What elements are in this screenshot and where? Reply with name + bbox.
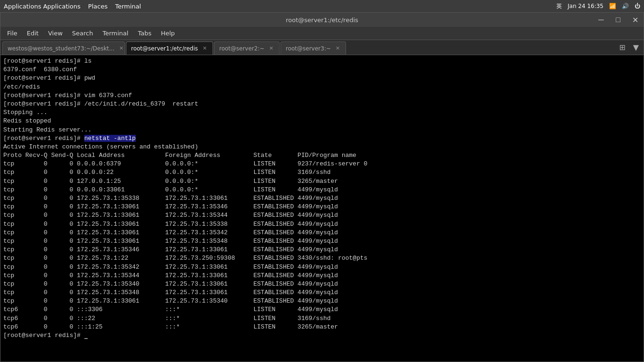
tab-westos[interactable]: westos@westos_student73:~/Deskt... ✕ [2, 41, 125, 55]
datetime-display: Jan 24 16:35 [568, 3, 603, 9]
tab-label: root@server3:~ [286, 45, 331, 52]
tab-close-westos[interactable]: ✕ [118, 45, 124, 51]
system-bar-left: Applications Applications Places Termina… [4, 3, 141, 10]
power-icon[interactable]: ⏻ [635, 3, 640, 9]
tab-close-server2[interactable]: ✕ [268, 45, 274, 51]
tab-label: root@server2:~ [219, 45, 264, 52]
tab-label: root@server1:/etc/redis [131, 45, 198, 52]
tab-list-button[interactable]: ⊞ [616, 42, 628, 53]
tab-dropdown-button[interactable]: ▼ [630, 42, 642, 53]
tab-label: westos@westos_student73:~/Deskt... [8, 45, 115, 52]
window-controls: ─ □ ✕ [593, 13, 644, 27]
window-title: root@server1:/etc/redis [286, 16, 358, 24]
tab-close-server3[interactable]: ✕ [335, 45, 341, 51]
close-button[interactable]: ✕ [627, 13, 644, 27]
menu-help[interactable]: Help [156, 29, 180, 38]
menu-tabs[interactable]: Tabs [133, 29, 156, 38]
volume-icon[interactable]: 🔊 [622, 3, 629, 9]
tab-bar: westos@westos_student73:~/Deskt... ✕ roo… [0, 40, 644, 55]
menu-bar: File Edit View Search Terminal Tabs Help [0, 27, 644, 40]
terminal-window: root@server1:/etc/redis ─ □ ✕ File Edit … [0, 12, 644, 362]
maximize-button[interactable]: □ [610, 13, 627, 27]
title-bar: root@server1:/etc/redis ─ □ ✕ [0, 13, 644, 27]
tab-close-server1[interactable]: ✕ [202, 45, 208, 51]
places-menu[interactable]: Places [88, 3, 107, 10]
menu-edit[interactable]: Edit [22, 29, 43, 38]
terminal-line-1: [root@server1 redis]# ls 6379.conf 6380.… [3, 58, 371, 339]
tab-actions: ⊞ ▼ [616, 42, 642, 55]
menu-file[interactable]: File [2, 29, 22, 38]
menu-search[interactable]: Search [67, 29, 98, 38]
wifi-icon[interactable]: 📶 [609, 3, 616, 9]
app-menu[interactable]: Applications [4, 3, 41, 10]
tab-server3[interactable]: root@server3:~ ✕ [281, 41, 346, 55]
tab-server2[interactable]: root@server2:~ ✕ [214, 41, 280, 55]
system-bar: Applications Applications Places Termina… [0, 0, 644, 12]
menu-terminal[interactable]: Terminal [98, 29, 133, 38]
language-indicator[interactable]: 英 [556, 2, 562, 10]
minimize-button[interactable]: ─ [593, 13, 610, 27]
tab-server1[interactable]: root@server1:/etc/redis ✕ [126, 41, 213, 55]
terminal-menu[interactable]: Terminal [115, 3, 141, 10]
menu-view[interactable]: View [43, 29, 67, 38]
terminal-content[interactable]: [root@server1 redis]# ls 6379.conf 6380.… [0, 55, 644, 362]
system-bar-right: 英 Jan 24 16:35 📶 🔊 ⏻ [556, 2, 640, 10]
apps-label[interactable]: Applications [43, 3, 80, 10]
